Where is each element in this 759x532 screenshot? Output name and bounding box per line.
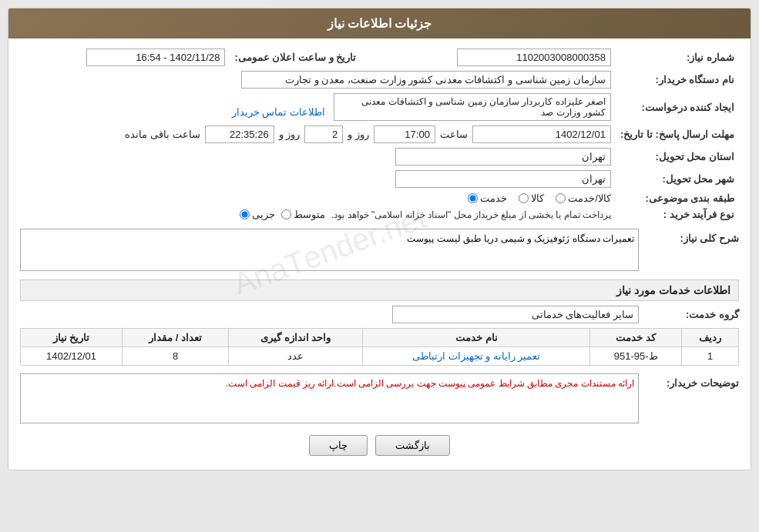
need-desc-label: شرح کلی نیاز: — [639, 229, 739, 244]
page-title: جزئیات اطلاعات نیاز — [327, 17, 432, 30]
buttons-row: بازگشت چاپ — [20, 435, 739, 456]
announce-value: 1402/11/28 - 16:54 — [86, 49, 225, 66]
services-table: ردیف کد خدمت نام خدمت واحد اندازه گیری ت… — [20, 328, 739, 366]
row-buyer-org: نام دستگاه خریدار: سازمان زمین شناسی و ا… — [20, 69, 739, 91]
row-need-announce: شماره نیاز: 1102003008000358 تاریخ و ساع… — [20, 46, 739, 69]
radio-service: خدمت — [468, 192, 507, 204]
page-wrapper: جزئیات اطلاعات نیاز شماره نیاز: 11020030… — [0, 0, 759, 532]
radio-goods-input[interactable] — [519, 193, 529, 203]
deadline-cell: 1402/12/01 ساعت 17:00 روز و 2 روز و 22:3… — [20, 123, 616, 146]
need-desc-section: شرح کلی نیاز: AnaТender.net تعمیرات دستگ… — [20, 229, 739, 273]
row-deadline: مهلت ارسال پاسخ: تا تاریخ: 1402/12/01 سا… — [20, 123, 739, 146]
group-row: گروه خدمت: سایر فعالیت‌های خدماتی — [20, 306, 739, 323]
deadline-time: 17:00 — [374, 125, 435, 143]
need-desc-wrapper: AnaТender.net تعمیرات دستگاه ژئوفیزیک و … — [20, 229, 639, 273]
radio-goods-label: کالا — [531, 192, 544, 204]
radio-medium-label: متوسط — [294, 209, 325, 220]
buyer-desc-wrapper: ارائه مستندات مجری مطابق شرایط عمومی پیو… — [20, 373, 639, 426]
deadline-days-text: روز و — [279, 129, 301, 140]
services-section-title: اطلاعات خدمات مورد نیاز — [20, 279, 739, 301]
deadline-time-label: ساعت — [440, 129, 468, 140]
back-button[interactable]: بازگشت — [375, 435, 450, 456]
card-header: جزئیات اطلاعات نیاز — [8, 8, 751, 38]
col-count: تعداد / مقدار — [123, 329, 229, 347]
creator-value: اصغر علیزاده کاربردار سازمان زمین شناسی … — [334, 93, 611, 121]
row-creator: ایجاد کننده درخواست: اصغر علیزاده کاربرد… — [20, 91, 739, 123]
print-button[interactable]: چاپ — [309, 435, 368, 456]
buyer-desc-label: توضیحات خریدار: — [639, 373, 739, 389]
creator-link[interactable]: اطلاعات تماس خریدار — [232, 106, 325, 118]
card-body: شماره نیاز: 1102003008000358 تاریخ و ساع… — [8, 38, 751, 470]
buyer-org-label: نام دستگاه خریدار: — [616, 69, 739, 91]
radio-service-label: خدمت — [480, 192, 507, 204]
main-card: جزئیات اطلاعات نیاز شماره نیاز: 11020030… — [8, 8, 751, 470]
province-cell: تهران — [20, 146, 616, 168]
cell-count: 8 — [123, 347, 229, 366]
deadline-days-label: روز و — [348, 129, 369, 140]
table-row: 1 ط-95-951 تعمیر رایانه و تجهیزات ارتباط… — [21, 347, 739, 366]
cell-code: ط-95-951 — [590, 347, 682, 366]
announce-cell: 1402/11/28 - 16:54 — [20, 46, 230, 69]
deadline-remaining: 22:35:26 — [205, 125, 274, 143]
col-name: نام خدمت — [363, 329, 590, 347]
radio-medium-input[interactable] — [281, 209, 291, 219]
cell-date: 1402/12/01 — [21, 347, 123, 366]
buyer-desc-section: توضیحات خریدار: ارائه مستندات مجری مطابق… — [20, 373, 739, 426]
buyer-org-value: سازمان زمین شناسی و اکتشافات معدنی کشور … — [241, 71, 611, 89]
group-value-cell: سایر فعالیت‌های خدماتی — [392, 306, 639, 323]
group-label: گروه خدمت: — [639, 309, 739, 320]
need-number-cell: 1102003008000358 — [384, 46, 616, 69]
deadline-date: 1402/12/01 — [472, 125, 611, 143]
need-number-label: شماره نیاز: — [616, 46, 739, 69]
creator-label: ایجاد کننده درخواست: — [616, 91, 739, 123]
category-label: طبقه بندی موضوعی: — [616, 190, 739, 206]
group-value: سایر فعالیت‌های خدماتی — [392, 306, 639, 323]
radio-partial: جزیی — [240, 209, 275, 220]
row-city: شهر محل تحویل: تهران — [20, 168, 739, 190]
services-table-header-row: ردیف کد خدمت نام خدمت واحد اندازه گیری ت… — [21, 329, 739, 347]
cell-name: تعمیر رایانه و تجهیزات ارتباطی — [363, 347, 590, 366]
col-date: تاریخ نیاز — [21, 329, 123, 347]
info-table: شماره نیاز: 1102003008000358 تاریخ و ساع… — [20, 46, 739, 223]
need-desc-text: تعمیرات دستگاه ژئوفیزیک و شیمی دریا طبق … — [20, 229, 639, 271]
col-row-num: ردیف — [682, 329, 739, 347]
radio-goods-service-label: کالا/خدمت — [568, 192, 611, 204]
city-label: شهر محل تحویل: — [616, 168, 739, 190]
radio-partial-label: جزیی — [252, 209, 275, 220]
creator-cell: اصغر علیزاده کاربردار سازمان زمین شناسی … — [20, 91, 616, 123]
purchase-note: پرداخت تمام یا بخشی از مبلغ خریداز محل "… — [331, 209, 611, 220]
cell-row-num: 1 — [682, 347, 739, 366]
radio-medium: متوسط — [281, 209, 325, 220]
col-code: کد خدمت — [590, 329, 682, 347]
city-cell: تهران — [20, 168, 616, 190]
radio-goods-service-input[interactable] — [556, 193, 566, 203]
need-number-value: 1102003008000358 — [457, 49, 611, 66]
announce-label: تاریخ و ساعت اعلان عمومی: — [230, 46, 361, 69]
radio-service-input[interactable] — [468, 193, 478, 203]
col-unit: واحد اندازه گیری — [229, 329, 363, 347]
deadline-remaining-label: ساعت باقی مانده — [125, 129, 200, 140]
city-value: تهران — [395, 170, 611, 188]
radio-goods: کالا — [519, 192, 544, 204]
radio-partial-input[interactable] — [240, 209, 250, 219]
row-purchase-type: نوع فرآیند خرید : پرداخت تمام یا بخشی از… — [20, 206, 739, 223]
purchase-type-cell: پرداخت تمام یا بخشی از مبلغ خریداز محل "… — [20, 206, 616, 223]
buyer-desc-text: ارائه مستندات مجری مطابق شرایط عمومی پیو… — [20, 373, 639, 423]
deadline-days: 2 — [304, 125, 343, 143]
row-category: طبقه بندی موضوعی: کالا/خدمت کالا — [20, 190, 739, 206]
province-value: تهران — [395, 148, 611, 166]
radio-goods-service: کالا/خدمت — [556, 192, 611, 204]
buyer-org-cell: سازمان زمین شناسی و اکتشافات معدنی کشور … — [20, 69, 616, 91]
province-label: استان محل تحویل: — [616, 146, 739, 168]
cell-unit: عدد — [229, 347, 363, 366]
deadline-label: مهلت ارسال پاسخ: تا تاریخ: — [616, 123, 739, 146]
purchase-type-label: نوع فرآیند خرید : — [616, 206, 739, 223]
category-cell: کالا/خدمت کالا خدمت — [20, 190, 616, 206]
row-province: استان محل تحویل: تهران — [20, 146, 739, 168]
